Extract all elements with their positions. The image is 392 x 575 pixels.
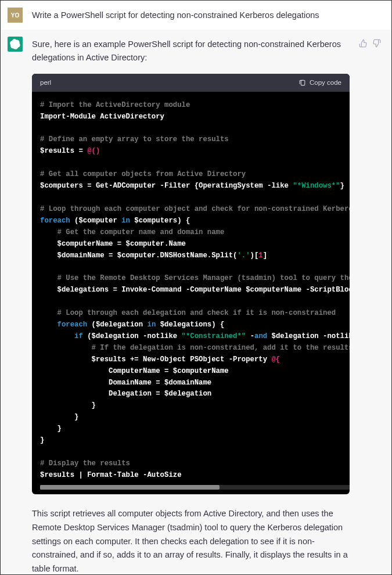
user-avatar: YO: [8, 8, 23, 23]
code-header: perl Copy code: [32, 74, 350, 91]
user-prompt-text: Write a PowerShell script for detecting …: [32, 8, 381, 23]
assistant-explanation-text: This script retrieves all computer objec…: [32, 507, 350, 575]
assistant-message-row: Sure, here is an example PowerShell scri…: [1, 30, 391, 575]
code-body[interactable]: # Import the ActiveDirectory module Impo…: [32, 92, 350, 494]
assistant-intro-text: Sure, here is an example PowerShell scri…: [32, 38, 350, 64]
code-content: # Import the ActiveDirectory module Impo…: [40, 100, 350, 481]
thumbs-down-icon: [372, 39, 381, 48]
assistant-content: Sure, here is an example PowerShell scri…: [32, 37, 350, 575]
scrollbar-thumb[interactable]: [40, 485, 220, 490]
openai-logo-icon: [10, 39, 20, 49]
svg-rect-0: [301, 80, 305, 85]
thumbs-down-button[interactable]: [372, 39, 381, 575]
code-block: perl Copy code # Import the ActiveDirect…: [32, 74, 350, 494]
copy-code-label: Copy code: [310, 77, 341, 88]
feedback-buttons: [359, 37, 381, 575]
code-language-label: perl: [40, 77, 51, 88]
assistant-avatar: [8, 37, 23, 52]
horizontal-scrollbar[interactable]: [40, 485, 350, 490]
thumbs-up-icon: [359, 39, 368, 48]
copy-code-button[interactable]: Copy code: [299, 77, 341, 88]
thumbs-up-button[interactable]: [359, 39, 368, 575]
clipboard-icon: [299, 79, 306, 87]
user-message-row: YO Write a PowerShell script for detecti…: [1, 1, 391, 30]
